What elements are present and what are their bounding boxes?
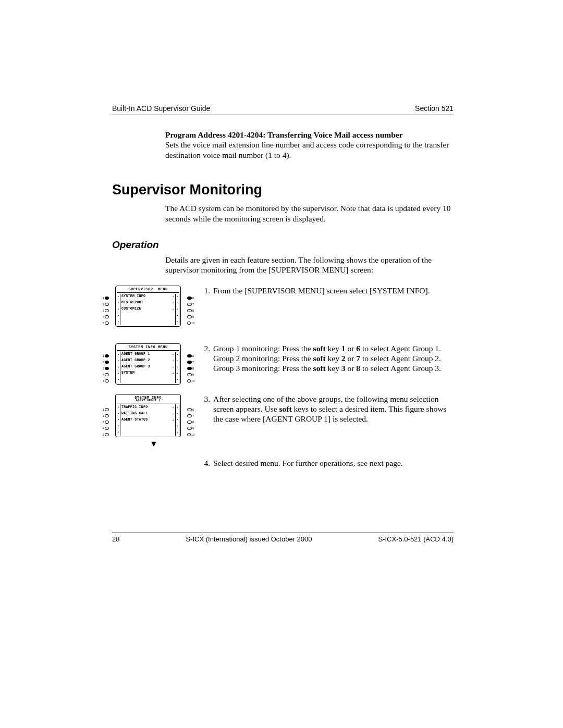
step1-num: 1. xyxy=(199,286,213,295)
page-footer: 28 S-ICX (International) issued October … xyxy=(112,533,454,543)
diagram3-subtitle: AGENT GROUP 1 xyxy=(117,399,179,404)
down-arrow-icon: ▼ xyxy=(112,439,195,449)
section-intro: The ACD system can be monitored by the s… xyxy=(165,203,454,224)
operation-intro: Details are given in each feature sectio… xyxy=(165,255,454,275)
step2-text: Group 1 monitoring: Press the soft key 1… xyxy=(213,343,441,374)
header-left: Built-In ACD Supervisor Guide xyxy=(112,104,210,113)
diagram2-title: SYSTEM INFO MENU xyxy=(117,346,179,351)
diagram3-right-leds: 6 7 8 9 10 xyxy=(187,406,194,438)
footer-center: S-ICX (International) issued October 200… xyxy=(186,535,312,543)
step-4: 4. Select desired menu. For further oper… xyxy=(112,458,454,468)
system-info-diagram: SYSTEM INFO AGENT GROUP 1 •TRAFFIC INFO→… xyxy=(115,394,181,438)
header-right: Section 521 xyxy=(415,104,454,113)
program-address-block: Program Address 4201-4204: Transferring … xyxy=(165,130,454,160)
document-page: Built-In ACD Supervisor Guide Section 52… xyxy=(0,0,563,728)
footer-right: S-ICX-5.0-521 (ACD 4.0) xyxy=(378,535,454,543)
footer-page: 28 xyxy=(112,535,119,543)
step-3: 1 2 3 4 5 SYSTEM INFO AGENT GROUP 1 •TRA… xyxy=(112,394,454,449)
page-header: Built-In ACD Supervisor Guide Section 52… xyxy=(112,104,454,115)
section-heading: Supervisor Monitoring xyxy=(112,182,454,198)
step1-text: From the [SUPERVISOR MENU] screen select… xyxy=(213,286,430,295)
step4-text: Select desired menu. For further operati… xyxy=(213,458,403,468)
step3-num: 3. xyxy=(199,394,213,424)
step3-text: After selecting one of the above groups,… xyxy=(213,394,454,424)
step-2: 1 2 3 4 5 SYSTEM INFO MENU •AGENT GROUP … xyxy=(112,343,454,385)
step4-num: 4. xyxy=(199,458,213,468)
supervisor-menu-diagram: SUPERVISOR MENU •SYSTEM INFO→• •MIS REPO… xyxy=(115,286,181,327)
system-info-menu-diagram: SYSTEM INFO MENU •AGENT GROUP 1→• •AGENT… xyxy=(115,343,181,385)
diagram2-right-leds: 6 7 8 9 10 xyxy=(187,353,194,384)
diagram2-left-leds: 1 2 3 4 5 xyxy=(103,353,109,384)
program-body: Sets the voice mail extension line numbe… xyxy=(165,140,449,159)
diagram1-right-leds: 6 7 8 9 10 xyxy=(187,295,194,326)
program-title: Program Address 4201-4204: Transferring … xyxy=(165,130,403,139)
operation-heading: Operation xyxy=(112,239,454,251)
diagram1-left-leds: 1 2 3 4 5 xyxy=(103,295,109,326)
diagram1-title: SUPERVISOR MENU xyxy=(117,288,179,293)
step2-num: 2. xyxy=(199,343,213,374)
diagram3-left-leds: 1 2 3 4 5 xyxy=(103,406,109,438)
step-1: 1 2 3 4 5 SUPERVISOR MENU •SYSTEM INFO→•… xyxy=(112,286,454,327)
